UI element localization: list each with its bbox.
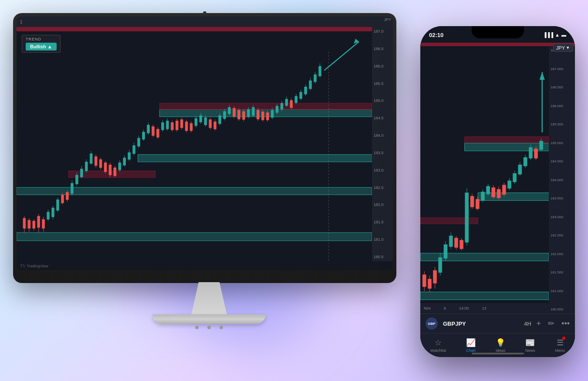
svg-rect-2 <box>138 155 372 162</box>
chart-icon: 📈 <box>466 338 476 347</box>
iphone-time: 02:10 <box>429 32 443 38</box>
timeframe-label: 4H <box>524 320 531 327</box>
nav-watchlist[interactable]: ☆ Watchlist <box>430 338 446 353</box>
tv-logo-icon: 𝕋𝕍 <box>20 264 26 268</box>
iphone-chart-svg <box>420 46 549 314</box>
trend-indicator: TREND Bullish ▲ <box>22 35 61 53</box>
imac-dot-2 <box>207 326 211 329</box>
imac-dot-3 <box>220 326 223 329</box>
svg-rect-139 <box>420 218 478 224</box>
chart-label: Chart <box>466 348 476 353</box>
imac-dot-1 <box>195 326 199 329</box>
currency-dropdown[interactable]: JPY ▾ <box>553 44 573 52</box>
watchlist-label: Watchlist <box>430 348 446 353</box>
battery-icon: ▬ <box>561 32 566 37</box>
chart-header: 1 JPY <box>17 17 393 27</box>
nav-menu[interactable]: ☰ Menu <box>555 338 565 353</box>
status-icons: ▐▐▐ ▲ ▬ <box>543 32 566 37</box>
ideas-label: Ideas <box>496 348 505 353</box>
news-label: News <box>525 348 535 353</box>
imac-camera <box>203 11 206 15</box>
iphone-body: 02:10 ▐▐▐ ▲ ▬ JPY ▾ 187.500 187.000 <box>420 26 575 357</box>
pair-name: GBPJPY <box>443 320 519 327</box>
iphone-screen: 02:10 ▐▐▐ ▲ ▬ JPY ▾ 187.500 187.000 <box>420 26 575 357</box>
imac-dots <box>195 326 223 329</box>
add-indicator-button[interactable]: + <box>537 319 541 328</box>
menu-notification-dot <box>562 337 565 340</box>
iphone-bottom-info: GBP GBPJPY 4H + ✏ ••• <box>420 314 575 333</box>
iphone-chart-toolbar: + ✏ ••• <box>537 319 570 328</box>
more-options-button[interactable]: ••• <box>561 319 570 328</box>
menu-icon: ☰ <box>557 338 564 347</box>
wifi-icon: ▲ <box>555 32 560 37</box>
iphone-resistance-bar-top <box>420 43 575 46</box>
svg-rect-140 <box>465 137 549 143</box>
resistance-bar-top <box>17 27 393 31</box>
svg-marker-188 <box>540 72 545 80</box>
imac-screen: 1 JPY TREND Bullish ▲ 187.0 186.5 186.0 … <box>17 17 393 270</box>
svg-rect-1 <box>17 187 372 195</box>
svg-rect-5 <box>159 103 372 110</box>
bullish-badge: Bullish ▲ <box>26 43 57 51</box>
nav-ideas[interactable]: 💡 Ideas <box>496 338 505 353</box>
menu-label: Menu <box>555 348 565 353</box>
nav-news[interactable]: 📰 News <box>525 338 535 353</box>
dropdown-chevron: ▾ <box>567 45 569 51</box>
iphone-home-indicator <box>472 353 524 354</box>
desktop-chart-svg <box>17 31 372 261</box>
signal-icon: ▐▐▐ <box>543 32 553 37</box>
desktop-currency: JPY <box>382 17 393 23</box>
iphone-notch <box>472 26 524 38</box>
iphone-device: 02:10 ▐▐▐ ▲ ▬ JPY ▾ 187.500 187.000 <box>420 26 575 357</box>
nav-chart[interactable]: 📈 Chart <box>466 338 476 353</box>
ideas-icon: 💡 <box>496 338 505 347</box>
chart-index: 1 <box>20 20 23 24</box>
news-icon: 📰 <box>525 338 535 347</box>
iphone-price-axis: 187.500 187.000 186.500 186.000 185.500 … <box>549 46 575 314</box>
imac-device: 1 JPY TREND Bullish ▲ 187.0 186.5 186.0 … <box>13 13 405 370</box>
svg-rect-135 <box>420 292 549 300</box>
imac-bezel: 1 JPY TREND Bullish ▲ 187.0 186.5 186.0 … <box>13 13 396 283</box>
svg-rect-0 <box>17 233 372 241</box>
iphone-chart-area <box>420 46 549 314</box>
imac-stand-neck <box>183 282 235 317</box>
svg-rect-3 <box>159 109 372 117</box>
desktop-price-axis: 187.0 186.5 186.0 185.5 185.0 184.5 184.… <box>372 27 393 261</box>
desktop-chart-area <box>17 31 372 261</box>
imac-stand-base <box>152 314 266 324</box>
drawing-tool-button[interactable]: ✏ <box>548 319 554 328</box>
watchlist-icon: ☆ <box>435 338 442 347</box>
svg-line-133 <box>324 42 359 71</box>
pair-info: GBPJPY <box>443 320 519 327</box>
currency-label: JPY <box>556 45 565 51</box>
pair-logo: GBP <box>426 317 438 330</box>
tradingview-logo: 𝕋𝕍 TradingView <box>20 264 48 268</box>
trend-label: TREND <box>26 37 57 41</box>
